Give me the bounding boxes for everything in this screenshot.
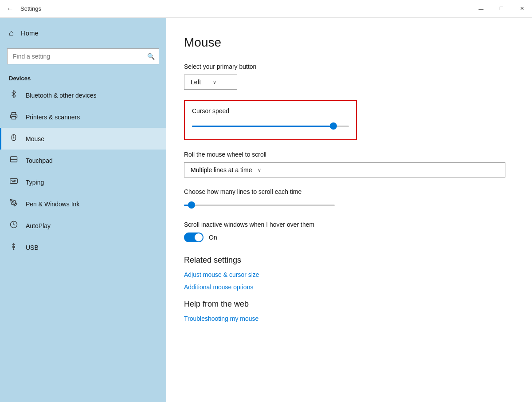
help-title: Help from the web bbox=[184, 300, 505, 309]
help-link-troubleshoot[interactable]: Troubleshooting my mouse bbox=[184, 315, 505, 322]
related-settings-section: Related settings Adjust mouse & cursor s… bbox=[184, 256, 505, 291]
close-button[interactable]: ✕ bbox=[512, 0, 532, 18]
related-link-adjust[interactable]: Adjust mouse & cursor size bbox=[184, 271, 505, 278]
scroll-lines-thumb[interactable] bbox=[188, 201, 195, 209]
scroll-lines-slider-container bbox=[184, 200, 335, 210]
sidebar-item-touchpad-label: Touchpad bbox=[26, 157, 53, 164]
titlebar: ← Settings — ☐ ✕ bbox=[0, 0, 532, 18]
sidebar-section-label: Devices bbox=[0, 71, 166, 84]
sidebar: ⌂ Home 🔍 Devices Bluetooth & other devic… bbox=[0, 18, 166, 402]
titlebar-title: Settings bbox=[20, 5, 471, 12]
maximize-icon: ☐ bbox=[499, 6, 504, 12]
svg-rect-6 bbox=[10, 179, 18, 184]
titlebar-controls: — ☐ ✕ bbox=[471, 0, 532, 18]
toggle-knob bbox=[195, 233, 203, 241]
sidebar-item-pen-label: Pen & Windows Ink bbox=[26, 201, 79, 208]
cursor-speed-fill bbox=[192, 126, 333, 127]
main-content: Mouse Select your primary button Left ∨ … bbox=[166, 18, 532, 402]
sidebar-item-typing-label: Typing bbox=[26, 179, 44, 186]
help-section: Help from the web Troubleshooting my mou… bbox=[184, 300, 505, 322]
svg-rect-4 bbox=[11, 157, 17, 162]
cursor-speed-thumb[interactable] bbox=[330, 122, 337, 130]
scroll-lines-track bbox=[184, 205, 335, 206]
primary-button-value: Left bbox=[191, 79, 208, 86]
sidebar-item-mouse-label: Mouse bbox=[26, 135, 44, 142]
scroll-wheel-label: Roll the mouse wheel to scroll bbox=[184, 151, 505, 158]
scroll-inactive-section: Scroll inactive windows when I hover ove… bbox=[184, 221, 505, 242]
close-icon: ✕ bbox=[520, 6, 524, 12]
back-button[interactable]: ← bbox=[0, 0, 20, 18]
minimize-icon: — bbox=[479, 6, 484, 12]
scroll-wheel-arrow: ∨ bbox=[258, 167, 261, 173]
search-icon: 🔍 bbox=[147, 53, 155, 60]
search-input[interactable] bbox=[7, 48, 159, 64]
mouse-icon bbox=[9, 134, 19, 144]
scroll-inactive-toggle-row: On bbox=[184, 233, 505, 242]
maximize-button[interactable]: ☐ bbox=[491, 0, 512, 18]
sidebar-item-usb[interactable]: USB bbox=[0, 236, 166, 258]
cursor-speed-slider-container bbox=[192, 121, 349, 131]
primary-button-arrow: ∨ bbox=[213, 79, 231, 85]
scroll-wheel-section: Roll the mouse wheel to scroll Multiple … bbox=[184, 151, 505, 177]
autoplay-icon bbox=[9, 221, 19, 231]
sidebar-item-autoplay[interactable]: AutoPlay bbox=[0, 215, 166, 236]
sidebar-item-touchpad[interactable]: Touchpad bbox=[0, 150, 166, 171]
home-icon: ⌂ bbox=[9, 28, 14, 38]
sidebar-item-mouse[interactable]: Mouse bbox=[0, 128, 166, 150]
printers-icon bbox=[9, 112, 19, 122]
sidebar-item-bluetooth-label: Bluetooth & other devices bbox=[26, 92, 97, 99]
scroll-inactive-toggle[interactable] bbox=[184, 233, 203, 242]
sidebar-item-pen[interactable]: Pen & Windows Ink bbox=[0, 193, 166, 215]
scroll-lines-section: Choose how many lines to scroll each tim… bbox=[184, 188, 505, 210]
primary-button-section: Select your primary button Left ∨ bbox=[184, 63, 505, 90]
sidebar-item-usb-label: USB bbox=[26, 244, 39, 251]
usb-icon bbox=[9, 242, 19, 252]
sidebar-item-printers-label: Printers & scanners bbox=[26, 114, 80, 121]
minimize-button[interactable]: — bbox=[471, 0, 491, 18]
sidebar-item-typing[interactable]: Typing bbox=[0, 171, 166, 193]
related-settings-title: Related settings bbox=[184, 256, 505, 265]
sidebar-search: 🔍 bbox=[7, 48, 159, 64]
sidebar-item-autoplay-label: AutoPlay bbox=[26, 222, 51, 229]
scroll-inactive-state: On bbox=[209, 234, 217, 241]
cursor-speed-track bbox=[192, 126, 349, 127]
cursor-speed-section: Cursor speed bbox=[184, 100, 357, 140]
svg-rect-14 bbox=[13, 246, 15, 248]
sidebar-item-printers[interactable]: Printers & scanners bbox=[0, 106, 166, 128]
bluetooth-icon bbox=[9, 90, 19, 100]
svg-point-15 bbox=[13, 249, 14, 250]
page-title: Mouse bbox=[184, 35, 505, 50]
scroll-wheel-dropdown[interactable]: Multiple lines at a time ∨ bbox=[184, 162, 505, 177]
sidebar-item-home[interactable]: ⌂ Home bbox=[0, 22, 166, 44]
svg-point-12 bbox=[13, 202, 14, 203]
cursor-speed-label: Cursor speed bbox=[192, 107, 349, 114]
scroll-lines-label: Choose how many lines to scroll each tim… bbox=[184, 188, 505, 195]
pen-icon bbox=[9, 199, 19, 209]
primary-button-label: Select your primary button bbox=[184, 63, 505, 70]
primary-button-dropdown[interactable]: Left ∨ bbox=[184, 75, 237, 90]
scroll-wheel-value: Multiple lines at a time bbox=[191, 166, 252, 173]
svg-rect-0 bbox=[12, 117, 16, 119]
svg-point-3 bbox=[13, 138, 14, 138]
touchpad-icon bbox=[9, 155, 19, 166]
sidebar-item-bluetooth[interactable]: Bluetooth & other devices bbox=[0, 84, 166, 106]
typing-icon bbox=[9, 177, 19, 187]
scroll-inactive-label: Scroll inactive windows when I hover ove… bbox=[184, 221, 505, 228]
sidebar-home-label: Home bbox=[21, 29, 39, 37]
back-icon: ← bbox=[7, 5, 14, 13]
related-link-additional[interactable]: Additional mouse options bbox=[184, 284, 505, 291]
